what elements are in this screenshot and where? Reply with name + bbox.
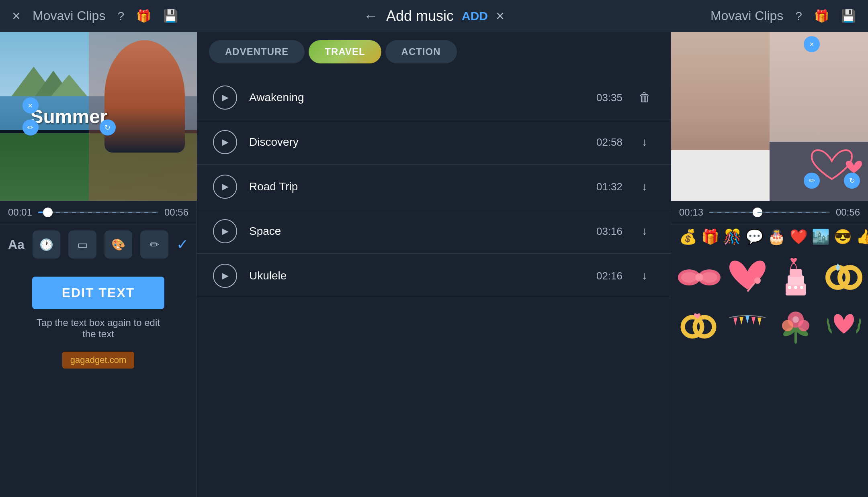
emoji-hello[interactable]: 💬 <box>745 228 764 245</box>
palette-icon: 🎨 <box>111 238 125 251</box>
track-duration-discovery: 02:58 <box>590 136 622 149</box>
overlay-edit-btn[interactable]: ✏ <box>22 120 38 136</box>
back-button[interactable]: ← <box>364 8 378 24</box>
download-roadtrip-btn[interactable]: ↓ <box>635 177 655 197</box>
sticker-close-btn[interactable]: × <box>804 36 820 52</box>
left-panel: × Summer ✏ ↻ 00:01 00:56 Aa 🕐 ▭ <box>0 32 197 497</box>
sticker-bow[interactable] <box>677 255 721 299</box>
pencil-tool-btn[interactable]: ✏ <box>140 230 168 259</box>
summer-text: Summer <box>30 106 107 127</box>
close-button-center[interactable]: × <box>496 8 504 24</box>
palette-tool-btn[interactable]: 🎨 <box>104 230 133 259</box>
play-ukulele-btn[interactable]: ▶ <box>213 264 237 288</box>
download-space-btn[interactable]: ↓ <box>635 221 655 241</box>
music-track-roadtrip[interactable]: ▶ Road Trip 01:32 ↓ <box>197 165 671 209</box>
sticker-resize-btn[interactable]: ↻ <box>844 173 860 189</box>
emoji-party[interactable]: 🎊 <box>723 228 741 245</box>
track-duration-space: 03:16 <box>590 225 622 238</box>
overlay-resize-btn[interactable]: ↻ <box>100 120 116 136</box>
svg-marker-22 <box>745 316 749 324</box>
help-button-left[interactable]: ? <box>117 9 124 23</box>
save-button-right[interactable]: 💾 <box>841 9 856 23</box>
edit-text-button[interactable]: EDIT TEXT <box>32 277 164 309</box>
heart-laurel-svg <box>822 306 866 346</box>
timeline-right: 00:13 00:56 <box>671 201 868 224</box>
track-duration-roadtrip: 01:32 <box>590 181 622 193</box>
gift-button-left[interactable]: 🎁 <box>136 9 151 23</box>
close-button-left[interactable]: × <box>12 8 20 24</box>
download-discovery-btn[interactable]: ↓ <box>635 132 655 152</box>
svg-marker-23 <box>751 317 755 325</box>
emoji-heart[interactable]: ❤️ <box>790 228 808 245</box>
rings2-svg <box>677 308 721 344</box>
music-track-ukulele[interactable]: ▶ Ukulele 02:16 ↓ <box>197 254 671 298</box>
svg-rect-25 <box>794 330 797 344</box>
video-preview-right: × ✏ ↻ <box>671 32 868 201</box>
music-track-discovery[interactable]: ▶ Discovery 02:58 ↓ <box>197 120 671 165</box>
tab-travel[interactable]: TRAVEL <box>309 40 381 63</box>
sticker-wedding-cake[interactable] <box>774 255 818 299</box>
rings-gold-svg <box>822 259 866 295</box>
emoji-fancy[interactable]: 🎂 <box>768 228 786 245</box>
gift-button-right[interactable]: 🎁 <box>814 9 829 23</box>
trash-icon: 🗑 <box>639 91 651 104</box>
timeline-dashes <box>48 212 158 213</box>
emoji-money[interactable]: 💰 <box>679 228 697 245</box>
download-ukulele-btn[interactable]: ↓ <box>635 266 655 286</box>
watermark-badge: gagadget.com <box>62 352 134 369</box>
tab-travel-label: TRAVEL <box>325 46 365 57</box>
save-button-left[interactable]: 💾 <box>163 9 178 23</box>
right-timeline-track[interactable] <box>709 212 830 213</box>
svg-point-14 <box>800 286 803 289</box>
watermark: gagadget.com <box>0 352 197 373</box>
video-preview-left: × Summer ✏ ↻ <box>0 32 197 201</box>
emoji-gift[interactable]: 🎁 <box>701 228 719 245</box>
play-awakening-btn[interactable]: ▶ <box>213 86 237 110</box>
sticker-heart-outline[interactable] <box>725 255 770 299</box>
svg-point-30 <box>798 320 809 331</box>
top-bar: × Movavi Clips ? 🎁 💾 ← Add music ADD × M… <box>0 0 868 32</box>
emoji-glasses[interactable]: 😎 <box>834 228 852 245</box>
emoji-city[interactable]: 🏙️ <box>812 228 830 245</box>
sticker-bunting[interactable] <box>725 303 770 348</box>
svg-point-19 <box>695 317 714 336</box>
play-space-btn[interactable]: ▶ <box>213 219 237 243</box>
sticker-wedding-rings-gold[interactable] <box>822 255 866 299</box>
add-button[interactable]: ADD <box>462 9 488 23</box>
emoji-thumb[interactable]: 👍 <box>856 228 868 245</box>
sticker-heart-laurel[interactable] <box>822 303 866 348</box>
clock-tool-btn[interactable]: 🕐 <box>33 230 61 259</box>
tab-action[interactable]: ACTION <box>385 40 457 63</box>
timeline-thumb[interactable] <box>43 208 53 217</box>
app-title-left: Movavi Clips <box>33 8 105 23</box>
text-overlay[interactable]: × Summer ✏ ↻ <box>30 106 107 128</box>
overlay-close-btn[interactable]: × <box>22 98 38 114</box>
frame-icon: ▭ <box>77 238 88 251</box>
top-bar-center: ← Add music ADD × <box>364 8 504 24</box>
time-start-right: 00:13 <box>679 207 703 218</box>
track-name-awakening: Awakening <box>249 91 578 104</box>
play-roadtrip-btn[interactable]: ▶ <box>213 175 237 199</box>
svg-point-31 <box>792 316 799 323</box>
sticker-edit-btn[interactable]: ✏ <box>804 173 820 189</box>
track-name-roadtrip: Road Trip <box>249 180 578 193</box>
tab-adventure-label: ADVENTURE <box>225 46 289 57</box>
music-track-awakening[interactable]: ▶ Awakening 03:35 🗑 <box>197 75 671 120</box>
track-duration-ukulele: 02:16 <box>590 270 622 282</box>
tab-adventure[interactable]: ADVENTURE <box>209 40 305 63</box>
delete-awakening-btn[interactable]: 🗑 <box>635 88 655 108</box>
bow-svg <box>677 259 721 295</box>
download-icon-3: ↓ <box>642 225 647 238</box>
music-track-space[interactable]: ▶ Space 03:16 ↓ <box>197 209 671 254</box>
play-discovery-btn[interactable]: ▶ <box>213 130 237 154</box>
svg-marker-17 <box>835 263 840 271</box>
sticker-bouquet[interactable] <box>774 303 818 348</box>
shirt-man <box>671 150 780 201</box>
center-panel: ADVENTURE TRAVEL ACTION ▶ Awakening 03:3… <box>197 32 671 497</box>
sticker-wedding-rings-2[interactable] <box>677 303 721 348</box>
frame-tool-btn[interactable]: ▭ <box>68 230 96 259</box>
check-tool-btn[interactable]: ✓ <box>176 236 188 253</box>
download-icon-4: ↓ <box>642 269 647 282</box>
help-button-right[interactable]: ? <box>795 9 802 23</box>
timeline-track-left[interactable] <box>38 212 158 213</box>
